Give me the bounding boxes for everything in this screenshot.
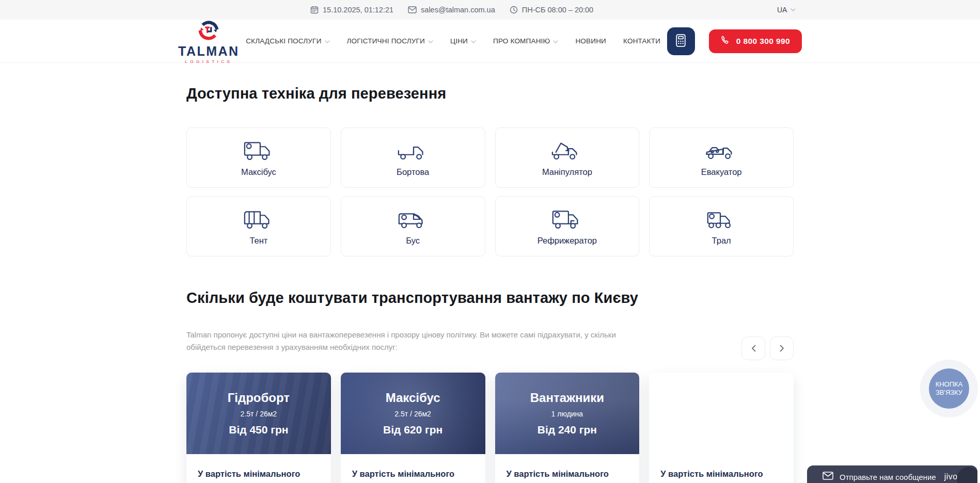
nav-item-0[interactable]: СКЛАДСЬКІ ПОСЛУГИ [246, 37, 329, 45]
language-selector[interactable]: UA [763, 0, 796, 20]
vehicles-section: Доступна техніка для перевезення Максібу… [186, 85, 794, 256]
header: TALMAN LOGISTICS СКЛАДСЬКІ ПОСЛУГИЛОГІСТ… [0, 20, 980, 63]
vehicle-card[interactable]: Максібус [186, 127, 331, 188]
callback-widget: КНОПКА ЗВ'ЯЗКУ [920, 360, 978, 417]
vehicle-label: Бус [406, 236, 420, 246]
chat-message: Отправьте нам сообщение [840, 473, 936, 481]
van-icon [397, 207, 430, 231]
price-card[interactable]: Максібус2.5т / 26м2Від 620 грнУ вартість… [341, 373, 485, 483]
vehicle-card[interactable]: Евакуатор [649, 127, 794, 188]
box-truck-icon [242, 139, 275, 163]
price-card-note: У вартість мінімального замовлення за 45… [186, 454, 331, 483]
carousel-prev-button[interactable] [741, 336, 765, 360]
price-card-capacity: 6т / 48м2 [706, 410, 737, 418]
hours-text: ПН-СБ 08:00 – 20:00 [522, 6, 593, 14]
price-card[interactable]: Вантажники1 людинаВід 240 грнУ вартість … [495, 373, 640, 483]
price-card-capacity: 2.5т / 26м2 [394, 410, 431, 418]
nav-item-label: ЦІНИ [450, 37, 468, 45]
envelope-icon [408, 6, 417, 13]
vehicle-card[interactable]: Бортова [341, 127, 485, 188]
language-code: UA [777, 6, 787, 14]
price-card-note: У вартість мінімального замовлення за 45… [649, 454, 794, 483]
nav-item-3[interactable]: ПРО КОМПАНІЮ [493, 37, 558, 45]
callback-label-line1: КНОПКА [936, 380, 963, 388]
vehicle-card[interactable]: Тент [186, 196, 331, 256]
vehicle-label: Максібус [241, 167, 276, 177]
flatbed-truck-icon [397, 139, 430, 163]
price-card-photo: Гідроборт2.5т / 26м2Від 450 грн [186, 373, 331, 454]
datetime-text: 15.10.2025, 01:12:21 [323, 6, 393, 14]
vehicle-label: Евакуатор [701, 167, 742, 177]
vehicle-label: Маніпулятор [542, 167, 592, 177]
nav-item-2[interactable]: ЦІНИ [450, 37, 476, 45]
pricing-title: Скільки буде коштувати транспортування в… [186, 289, 794, 307]
vehicle-grid: МаксібусБортоваМаніпуляторЕвакуаторТентБ… [186, 127, 794, 256]
chat-widget[interactable]: Отправьте нам сообщение jivo [807, 465, 977, 483]
nav-item-5[interactable]: КОНТАКТИ [623, 37, 660, 45]
logo-wordmark: TALMAN [178, 45, 240, 58]
nav-item-label: ПРО КОМПАНІЮ [493, 37, 550, 45]
email-text[interactable]: sales@talman.com.ua [421, 6, 495, 14]
logo-emblem-icon [197, 19, 220, 44]
clock-icon [510, 6, 518, 14]
price-card-photo: Причіп вантажний6т / 48м2Від 1400 грн [649, 373, 794, 454]
datetime: 15.10.2025, 01:12:21 [310, 6, 393, 14]
working-hours: ПН-СБ 08:00 – 20:00 [510, 6, 593, 14]
topbar: 15.10.2025, 01:12:21 sales@talman.com.ua… [0, 0, 980, 20]
price-card-title: Причіп вантажний [666, 391, 778, 405]
price-card-title: Вантажники [530, 391, 604, 405]
vehicles-title: Доступна техніка для перевезення [186, 85, 794, 102]
vehicle-card[interactable]: Маніпулятор [495, 127, 640, 188]
price-card-note: У вартість мінімального замовлення за 45… [341, 454, 485, 483]
nav-item-1[interactable]: ЛОГІСТИЧНІ ПОСЛУГИ [347, 37, 433, 45]
chevron-right-icon [780, 345, 784, 352]
header-actions: 0 800 300 990 [667, 27, 802, 55]
vehicle-card[interactable]: Рефрижератор [495, 196, 640, 256]
chat-decor-circle [957, 467, 977, 483]
price-card-title: Гідроборт [228, 391, 290, 405]
email[interactable]: sales@talman.com.ua [408, 6, 495, 14]
nav-item-label: ЛОГІСТИЧНІ ПОСЛУГИ [347, 37, 425, 45]
nav-item-4[interactable]: НОВИНИ [575, 37, 606, 45]
phone-button[interactable]: 0 800 300 990 [709, 29, 802, 53]
phone-icon [721, 35, 731, 47]
logo-tagline: LOGISTICS [185, 59, 232, 64]
main-nav: СКЛАДСЬКІ ПОСЛУГИЛОГІСТИЧНІ ПОСЛУГИЦІНИП… [246, 37, 660, 45]
vehicle-label: Трал [712, 236, 731, 246]
price-card[interactable]: Гідроборт2.5т / 26м2Від 450 грнУ вартіст… [186, 373, 331, 483]
price-card-price: Від 450 грн [229, 424, 288, 436]
callback-label-line2: ЗВ'ЯЗКУ [936, 389, 962, 396]
nav-item-label: СКЛАДСЬКІ ПОСЛУГИ [246, 37, 321, 45]
carousel-next-button[interactable] [770, 336, 794, 360]
calendar-icon [310, 6, 319, 14]
chevron-down-icon [325, 37, 330, 45]
price-card-photo: Вантажники1 людинаВід 240 грн [495, 373, 640, 454]
price-card-note: У вартість мінімального замовлення за 45… [495, 454, 640, 483]
vehicle-label: Тент [249, 236, 267, 246]
vehicle-card[interactable]: Бус [341, 196, 485, 256]
vehicle-card[interactable]: Трал [649, 196, 794, 256]
price-card-title: Максібус [386, 391, 440, 405]
chevron-left-icon [751, 345, 756, 352]
phone-number: 0 800 300 990 [736, 37, 790, 46]
logo[interactable]: TALMAN LOGISTICS [178, 19, 240, 64]
vehicle-label: Бортова [397, 167, 429, 177]
carousel-controls [741, 336, 794, 360]
chevron-down-icon [428, 37, 433, 45]
price-card-capacity: 1 людина [551, 410, 583, 418]
nav-item-label: НОВИНИ [575, 37, 606, 45]
refrigerator-truck-icon [550, 207, 583, 231]
ukraine-flag-icon [763, 6, 773, 13]
price-card-price: Від 240 грн [538, 424, 597, 436]
price-card-price: Від 1400 грн [689, 424, 754, 436]
price-card[interactable]: Причіп вантажний6т / 48м2Від 1400 грнУ в… [649, 373, 794, 483]
chevron-down-icon [553, 37, 558, 45]
topbar-info: 15.10.2025, 01:12:21 sales@talman.com.ua… [310, 0, 593, 20]
nav-item-label: КОНТАКТИ [623, 37, 660, 45]
price-card-list: Гідроборт2.5т / 26м2Від 450 грнУ вартіст… [186, 373, 794, 483]
chat-envelope-icon [823, 472, 833, 482]
calculator-icon [674, 34, 688, 49]
callback-button[interactable]: КНОПКА ЗВ'ЯЗКУ [929, 368, 969, 409]
calculator-button[interactable] [667, 27, 695, 55]
vehicle-label: Рефрижератор [538, 236, 597, 246]
